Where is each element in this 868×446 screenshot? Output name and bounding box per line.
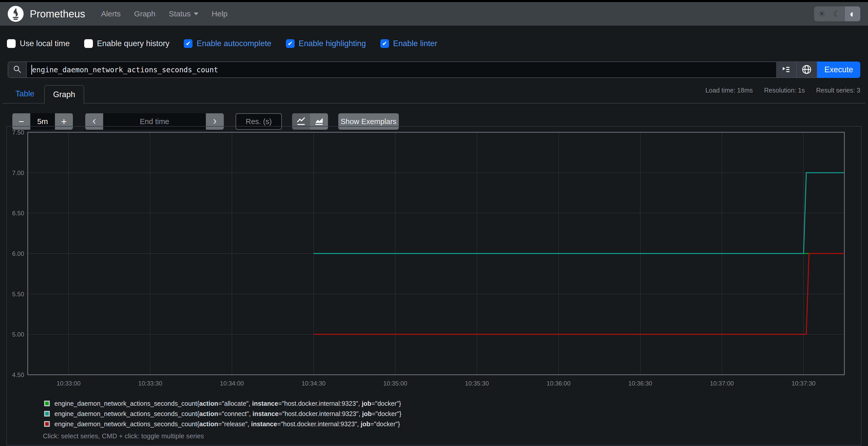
checkbox-enable-autocomplete[interactable]: ✔ Enable autocomplete (184, 39, 271, 48)
nav-link-status[interactable]: Status (169, 9, 198, 18)
auto-theme-button[interactable]: ◐ (845, 6, 860, 21)
search-icon (12, 65, 22, 75)
series-selector: engine_daemon_network_actions_seconds_co… (54, 400, 401, 407)
svg-text:10:36:00: 10:36:00 (547, 380, 570, 387)
check-icon: ✔ (288, 40, 293, 47)
svg-text:10:35:30: 10:35:30 (465, 380, 489, 387)
checkbox-use-local-time[interactable]: ✔ Use local time (7, 39, 70, 48)
panel-top-border (3, 103, 865, 104)
options-row: ✔ Use local time ✔ Enable query history … (7, 33, 452, 54)
check-icon: ✔ (382, 40, 387, 47)
execute-button[interactable]: Execute (817, 62, 860, 78)
checkbox[interactable]: ✔ (7, 39, 16, 48)
checkbox-label: Enable highlighting (299, 39, 366, 48)
checkbox-label: Use local time (20, 39, 70, 48)
prometheus-logo-icon (8, 6, 24, 22)
svg-text:10:37:00: 10:37:00 (710, 380, 734, 387)
checkbox-label: Enable autocomplete (196, 39, 271, 48)
window-top-edge (0, 0, 868, 2)
checkbox-label: Enable linter (393, 39, 437, 48)
svg-text:7.00: 7.00 (12, 169, 24, 176)
globe-icon (801, 64, 812, 76)
query-bar: engine_daemon_network_actions_seconds_co… (8, 62, 860, 78)
series-selector: engine_daemon_network_actions_seconds_co… (54, 420, 400, 428)
svg-text:10:36:30: 10:36:30 (628, 380, 652, 387)
svg-text:5.00: 5.00 (12, 331, 24, 338)
theme-toggle-group: ☀ ☾ ◐ (814, 6, 860, 21)
series-color-swatch (44, 401, 50, 406)
legend-row[interactable]: engine_daemon_network_actions_seconds_co… (44, 409, 401, 419)
checkbox-enable-linter[interactable]: ✔ Enable linter (380, 39, 437, 48)
svg-text:10:37:30: 10:37:30 (792, 380, 815, 387)
caret-down-icon (194, 12, 198, 15)
stacked-chart-icon (314, 116, 324, 127)
series-selector: engine_daemon_network_actions_seconds_co… (54, 410, 401, 417)
query-expression: engine_daemon_network_actions_seconds_co… (32, 66, 218, 74)
graph-container: 4.505.005.506.006.507.007.5010:33:0010:3… (6, 126, 862, 445)
svg-text:10:33:00: 10:33:00 (57, 380, 80, 387)
dark-theme-button[interactable]: ☾ (830, 6, 845, 21)
tab-table[interactable]: Table (16, 89, 34, 98)
contrast-icon: ◐ (850, 8, 856, 20)
svg-text:4.50: 4.50 (12, 371, 24, 378)
svg-text:10:34:30: 10:34:30 (302, 380, 326, 387)
sun-icon: ☀ (818, 9, 826, 19)
nav-link-graph[interactable]: Graph (134, 9, 155, 18)
query-tree-button[interactable] (776, 62, 797, 78)
tab-graph[interactable]: Graph (44, 85, 84, 104)
chart-canvas[interactable]: 4.505.005.506.006.507.007.5010:33:0010:3… (7, 127, 862, 393)
nav-link-alerts[interactable]: Alerts (101, 9, 121, 18)
metrics-explorer-button[interactable] (797, 62, 817, 78)
prometheus-brand[interactable]: Prometheus (8, 6, 85, 22)
svg-text:10:35:00: 10:35:00 (383, 380, 407, 387)
checkbox[interactable]: ✔ (380, 39, 389, 48)
query-input[interactable]: engine_daemon_network_actions_seconds_co… (27, 62, 776, 78)
navbar: Prometheus Alerts Graph Status Help ☀ ☾ … (0, 2, 868, 26)
check-icon: ✔ (186, 40, 191, 47)
legend-hint: Click: select series, CMD + click: toggl… (43, 432, 204, 440)
checkbox[interactable]: ✔ (84, 39, 93, 48)
checkbox-enable-highlighting[interactable]: ✔ Enable highlighting (286, 39, 366, 48)
legend-row[interactable]: engine_daemon_network_actions_seconds_co… (44, 419, 401, 429)
svg-text:10:34:00: 10:34:00 (220, 380, 244, 387)
brand-name: Prometheus (30, 8, 85, 20)
tabs-row: Table Graph (3, 84, 865, 104)
legend-row[interactable]: engine_daemon_network_actions_seconds_co… (44, 398, 401, 409)
checkbox[interactable]: ✔ (286, 39, 294, 48)
svg-text:10:33:30: 10:33:30 (138, 380, 162, 387)
search-icon-box (8, 62, 27, 78)
legend: engine_daemon_network_actions_seconds_co… (44, 398, 401, 429)
nav-links: Alerts Graph Status Help (94, 9, 234, 18)
light-theme-button[interactable]: ☀ (814, 6, 830, 21)
svg-text:6.50: 6.50 (12, 210, 24, 216)
svg-text:5.50: 5.50 (12, 291, 24, 298)
nav-link-help[interactable]: Help (212, 9, 228, 18)
svg-text:6.00: 6.00 (12, 250, 24, 257)
query-tree-icon (781, 64, 791, 75)
checkbox-enable-query-history[interactable]: ✔ Enable query history (84, 39, 169, 48)
line-chart-icon (296, 116, 306, 127)
moon-icon: ☾ (833, 9, 841, 19)
series-color-swatch (44, 411, 50, 416)
svg-text:7.50: 7.50 (12, 129, 24, 136)
series-color-swatch (44, 421, 50, 427)
checkbox-label: Enable query history (97, 39, 169, 48)
checkbox[interactable]: ✔ (184, 39, 192, 48)
